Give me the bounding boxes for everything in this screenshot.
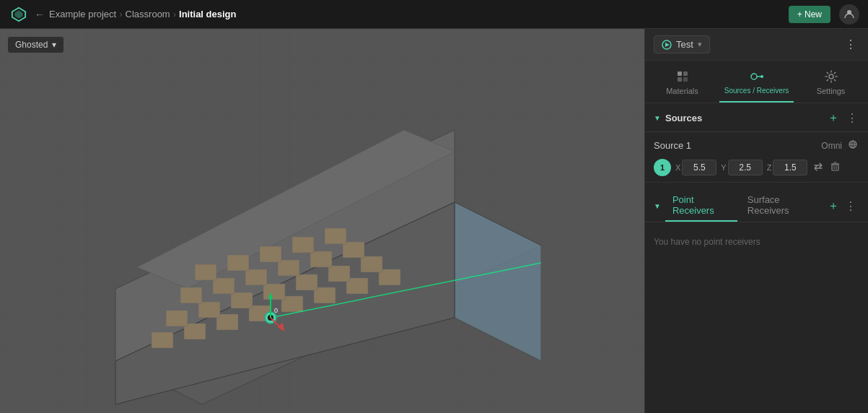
building-scene: 0 [94, 87, 541, 412]
test-button[interactable]: Test ▾ [654, 35, 710, 53]
sources-add-icon: ＋ [828, 111, 839, 123]
source-1-row: Source 1 Omni [645, 132, 868, 183]
svg-rect-44 [678, 71, 682, 76]
svg-marker-43 [665, 43, 670, 47]
sources-section-header: ▼ Sources ＋ ⋮ [645, 103, 868, 132]
coord-z-group: Z [767, 160, 808, 175]
panel-header: Test ▾ ⋮ [645, 29, 868, 61]
svg-rect-19 [263, 284, 285, 300]
new-button-label: + New [797, 9, 822, 19]
svg-marker-4 [455, 202, 541, 361]
transfer-icon [813, 162, 823, 172]
materials-icon [675, 69, 690, 84]
svg-rect-23 [180, 287, 202, 303]
delete-icon [830, 162, 840, 171]
point-receivers-tab[interactable]: Point Receivers [665, 190, 737, 222]
svg-point-51 [829, 74, 833, 79]
right-panel: Test ▾ ⋮ Materials [644, 29, 868, 413]
source-directivity-button[interactable] [846, 138, 859, 153]
source-label-row: Source 1 Omni [654, 138, 859, 153]
svg-rect-27 [310, 251, 332, 267]
receivers-tab-row: ▼ Point Receivers Surface Receivers ＋ ⋮ [645, 183, 868, 222]
receivers-section: ▼ Point Receivers Surface Receivers ＋ ⋮ [645, 183, 868, 261]
sources-add-button[interactable]: ＋ [826, 110, 841, 126]
svg-rect-18 [231, 292, 253, 308]
svg-rect-47 [683, 77, 688, 82]
breadcrumb-current: Initial design [179, 9, 236, 19]
svg-rect-45 [683, 71, 688, 76]
source-1-type: Omni [821, 141, 842, 151]
tab-settings-label: Settings [817, 87, 846, 95]
svg-rect-24 [213, 278, 234, 294]
tab-settings[interactable]: Settings [794, 64, 868, 103]
svg-rect-25 [245, 269, 267, 285]
settings-icon [824, 69, 838, 84]
viewport[interactable]: 0 Ghosted ▾ [0, 29, 644, 413]
sources-title: Sources [665, 113, 822, 123]
svg-rect-21 [328, 266, 350, 282]
y-label: Y [721, 163, 726, 172]
surface-receivers-label: Surface Receivers [748, 194, 789, 216]
svg-rect-26 [278, 260, 299, 276]
z-input[interactable] [773, 160, 807, 175]
sources-collapse-arrow[interactable]: ▼ [654, 115, 661, 122]
tab-materials[interactable]: Materials [645, 64, 719, 103]
svg-rect-22 [361, 256, 382, 272]
breadcrumb-sep2: › [173, 9, 176, 19]
test-icon [662, 40, 672, 50]
source-number-badge: 1 [654, 159, 671, 176]
ghosted-button[interactable]: Ghosted ▾ [7, 36, 64, 53]
receivers-more-icon: ⋮ [845, 200, 856, 212]
receivers-more-button[interactable]: ⋮ [842, 198, 859, 214]
sources-more-button[interactable]: ⋮ [845, 111, 859, 125]
breadcrumb: Example project › Classroom › Initial de… [49, 9, 789, 19]
svg-rect-31 [260, 246, 281, 262]
app-header: ← Example project › Classroom › Initial … [0, 0, 868, 29]
svg-rect-17 [198, 302, 220, 318]
coord-y-group: Y [721, 160, 762, 175]
receivers-collapse-arrow[interactable]: ▼ [654, 202, 661, 209]
panel-more-button[interactable]: ⋮ [842, 36, 859, 53]
panel-body: ▼ Sources ＋ ⋮ Source 1 Omni [645, 103, 868, 413]
svg-point-50 [760, 75, 763, 78]
back-button[interactable]: ← [35, 9, 45, 20]
svg-rect-46 [678, 77, 682, 82]
sources-section: ▼ Sources ＋ ⋮ Source 1 Omni [645, 103, 868, 183]
svg-point-48 [751, 74, 757, 79]
z-label: Z [767, 163, 772, 172]
coord-x-group: X [675, 160, 716, 175]
x-input[interactable] [682, 160, 716, 175]
surface-receivers-tab[interactable]: Surface Receivers [740, 190, 822, 222]
new-button[interactable]: + New [789, 6, 830, 23]
svg-rect-28 [343, 242, 364, 258]
ghosted-label: Ghosted [15, 40, 48, 50]
svg-marker-1 [15, 11, 22, 17]
sources-more-icon: ⋮ [846, 112, 858, 124]
receivers-add-icon: ＋ [828, 199, 839, 212]
source-coords: 1 X Y Z [654, 159, 859, 176]
svg-rect-20 [296, 274, 317, 290]
svg-text:0: 0 [274, 307, 278, 314]
tab-sources-receivers[interactable]: Sources / Receivers [719, 64, 794, 103]
breadcrumb-sep1: › [119, 9, 122, 19]
test-chevron: ▾ [698, 40, 702, 49]
source-transfer-button[interactable] [812, 160, 825, 175]
y-input[interactable] [728, 160, 763, 175]
tab-bar: Materials Sources / Receivers [645, 61, 868, 103]
user-avatar[interactable] [839, 4, 859, 25]
x-label: X [675, 163, 680, 172]
receivers-add-button[interactable]: ＋ [825, 197, 842, 215]
empty-receivers-message: You have no point receivers [645, 222, 868, 261]
breadcrumb-section[interactable]: Classroom [126, 9, 170, 19]
svg-rect-30 [227, 255, 249, 271]
tab-sources-label: Sources / Receivers [724, 87, 789, 95]
point-receivers-label: Point Receivers [672, 194, 714, 216]
source-delete-button[interactable] [829, 160, 841, 175]
svg-rect-16 [166, 310, 188, 326]
source-1-name: Source 1 [654, 140, 691, 151]
test-label: Test [676, 39, 693, 50]
svg-rect-54 [832, 165, 838, 170]
svg-rect-33 [325, 228, 346, 244]
breadcrumb-project[interactable]: Example project [49, 9, 116, 19]
svg-rect-32 [292, 237, 314, 253]
